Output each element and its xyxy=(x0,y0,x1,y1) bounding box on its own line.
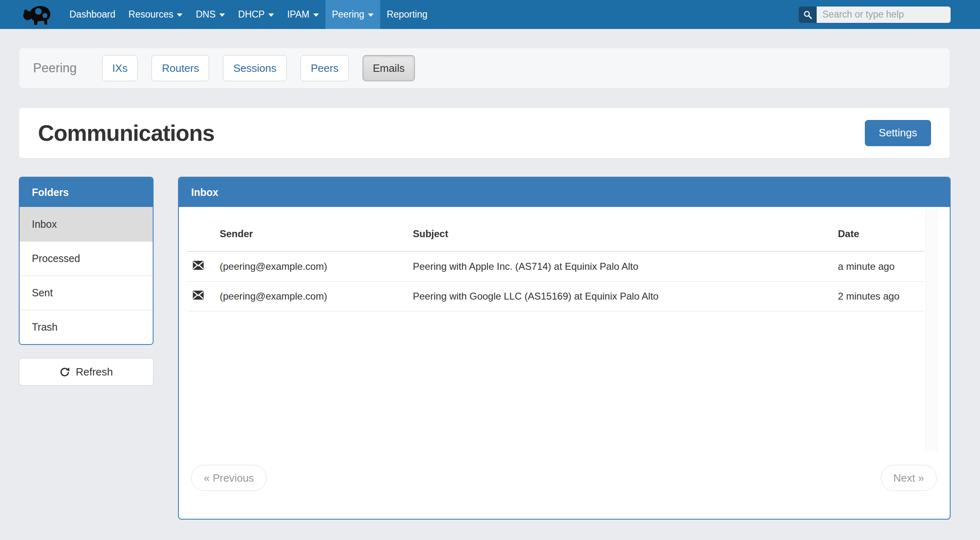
page-title: Communications xyxy=(38,120,214,146)
nav-label: IPAM xyxy=(287,9,310,20)
nav-label: DNS xyxy=(196,9,216,20)
folder-item-inbox[interactable]: Inbox xyxy=(20,207,153,241)
tab-emails[interactable]: Emails xyxy=(363,55,415,81)
nav-label: Resources xyxy=(129,9,174,20)
top-navbar: Dashboard Resources DNS DHCP IPAM Peerin… xyxy=(0,0,980,29)
tab-ixs[interactable]: IXs xyxy=(102,55,138,81)
chevron-down-icon xyxy=(313,13,319,17)
mail-table-header-row: Sender Subject Date xyxy=(187,216,924,251)
nav-item-resources[interactable]: Resources xyxy=(122,0,189,29)
magnifier-search-icon xyxy=(803,10,812,19)
chevron-down-icon xyxy=(177,13,183,17)
chevron-down-icon xyxy=(268,13,274,17)
mail-date: a minute ago xyxy=(832,251,924,282)
icon-column-header xyxy=(187,216,214,251)
tab-routers[interactable]: Routers xyxy=(151,55,209,81)
mail-row[interactable]: (peering@example.com) Peering with Apple… xyxy=(187,251,924,282)
tab-peers[interactable]: Peers xyxy=(301,55,349,81)
tab-sessions[interactable]: Sessions xyxy=(223,55,287,81)
peering-subnav: Peering IXs Routers Sessions Peers Email… xyxy=(19,48,950,89)
mail-table: Sender Subject Date xyxy=(187,216,924,311)
nav-item-dhcp[interactable]: DHCP xyxy=(232,0,281,29)
folders-panel-header: Folders xyxy=(20,178,153,207)
refresh-label: Refresh xyxy=(76,366,113,378)
main-menu: Dashboard Resources DNS DHCP IPAM Peerin… xyxy=(63,0,434,29)
pagination: « Previous Next » xyxy=(191,465,937,491)
nav-item-dns[interactable]: DNS xyxy=(189,0,232,29)
envelope-icon xyxy=(193,291,204,300)
settings-button[interactable]: Settings xyxy=(865,120,931,146)
mail-subject[interactable]: Peering with Google LLC (AS15169) at Equ… xyxy=(407,282,832,311)
nav-item-ipam[interactable]: IPAM xyxy=(281,0,325,29)
refresh-button[interactable]: Refresh xyxy=(19,358,154,386)
next-page-button[interactable]: Next » xyxy=(881,465,937,491)
nav-item-reporting[interactable]: Reporting xyxy=(380,0,434,29)
nav-label: Peering xyxy=(332,9,364,20)
search-submit-button[interactable] xyxy=(799,7,817,23)
folder-item-trash[interactable]: Trash xyxy=(20,310,153,344)
folders-panel: Folders Inbox Processed Sent Trash xyxy=(19,177,154,345)
global-search xyxy=(799,7,951,23)
nav-item-dashboard[interactable]: Dashboard xyxy=(63,0,122,29)
panda-animal-logo-icon xyxy=(22,3,53,26)
mail-sender[interactable]: (peering@example.com) xyxy=(214,282,407,311)
table-scrollbar-track[interactable] xyxy=(926,208,937,451)
inbox-panel-body: Sender Subject Date xyxy=(179,207,950,519)
inbox-panel-header: Inbox xyxy=(179,178,950,207)
mail-subject[interactable]: Peering with Apple Inc. (AS714) at Equin… xyxy=(407,251,832,282)
mail-date: 2 minutes ago xyxy=(832,282,924,311)
page-header-card: Communications Settings xyxy=(19,107,950,158)
search-input[interactable] xyxy=(817,7,951,23)
refresh-arrows-icon xyxy=(59,367,70,378)
previous-page-button[interactable]: « Previous xyxy=(191,465,267,491)
folder-item-sent[interactable]: Sent xyxy=(20,276,153,310)
nav-label: DHCP xyxy=(238,9,265,20)
mail-sender[interactable]: (peering@example.com) xyxy=(214,251,407,282)
nav-label: Reporting xyxy=(387,9,428,20)
sender-column-header: Sender xyxy=(214,216,407,251)
nav-item-peering[interactable]: Peering xyxy=(325,0,380,29)
folder-item-processed[interactable]: Processed xyxy=(20,241,153,276)
envelope-icon xyxy=(193,261,204,270)
chevron-down-icon xyxy=(368,13,374,17)
app-logo[interactable] xyxy=(22,3,53,26)
date-column-header: Date xyxy=(832,216,924,251)
subnav-title: Peering xyxy=(33,61,77,76)
subject-column-header: Subject xyxy=(407,216,832,251)
inbox-panel: Inbox Sender Subject Date xyxy=(178,177,951,520)
mail-row[interactable]: (peering@example.com) Peering with Googl… xyxy=(187,282,924,311)
nav-label: Dashboard xyxy=(69,9,116,20)
chevron-down-icon xyxy=(219,13,225,17)
